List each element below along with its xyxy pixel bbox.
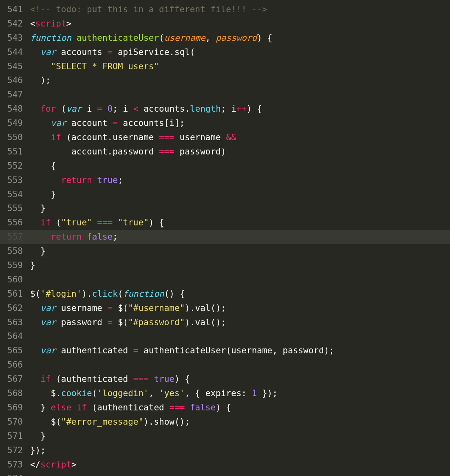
code-token: var <box>40 303 56 313</box>
code-token: true <box>154 374 174 384</box>
code-line[interactable]: $('#login').click(function() { <box>30 287 450 301</box>
code-token: accounts. <box>139 104 190 114</box>
code-token: if <box>77 403 87 412</box>
code-token: === <box>169 403 185 412</box>
code-line[interactable] <box>30 88 450 102</box>
code-line[interactable]: } <box>30 201 450 216</box>
code-token: 'yes' <box>159 388 185 398</box>
code-token <box>30 118 51 128</box>
code-line[interactable] <box>30 472 450 476</box>
code-token: ++ <box>236 104 247 114</box>
code-token <box>149 374 154 384</box>
code-token: account.password <box>30 147 159 156</box>
code-token: ).val(); <box>185 317 226 327</box>
code-line[interactable]: } <box>30 258 450 273</box>
code-token: if <box>40 374 51 384</box>
code-token: && <box>226 132 236 142</box>
code-token: === <box>159 132 174 142</box>
code-line[interactable]: }); <box>30 443 450 458</box>
code-token: }); <box>30 445 46 455</box>
code-token: } <box>30 431 46 441</box>
code-token: <!-- todo: put this in a different file!… <box>30 4 267 14</box>
code-token: username <box>174 132 226 142</box>
code-token <box>30 303 40 313</box>
code-line[interactable]: return false; <box>30 230 450 244</box>
code-line[interactable]: if ("true" === "true") { <box>30 216 450 230</box>
code-token <box>30 374 40 384</box>
line-number: 542 <box>7 17 23 31</box>
code-token: apiService.sql( <box>112 47 195 57</box>
code-token <box>71 403 77 412</box>
line-number: 563 <box>7 315 23 330</box>
code-token: } <box>30 203 46 213</box>
code-token: ) { <box>257 33 272 43</box>
code-line[interactable]: if (authenticated === true) { <box>30 372 450 386</box>
code-line[interactable]: } else if (authenticated === false) { <box>30 401 450 415</box>
code-token: = <box>133 346 139 355</box>
code-token <box>30 104 40 114</box>
code-token: (authenticated <box>87 403 169 412</box>
code-line[interactable]: $.cookie('loggedin', 'yes', { expires: 1… <box>30 386 450 401</box>
code-token: ). <box>82 289 92 299</box>
code-token: ) { <box>216 403 231 412</box>
code-line[interactable]: var username = $("#username").val(); <box>30 301 450 315</box>
line-number: 547 <box>7 88 23 102</box>
line-number: 551 <box>7 145 23 159</box>
line-number: 545 <box>7 60 23 74</box>
code-token <box>30 317 40 327</box>
code-token: ( <box>159 33 164 43</box>
code-token <box>30 218 40 227</box>
code-line[interactable]: account.password === password) <box>30 145 450 159</box>
line-number: 553 <box>7 173 23 187</box>
code-token: $( <box>112 317 128 327</box>
code-line[interactable]: <!-- todo: put this in a different file!… <box>30 2 450 17</box>
code-token: password <box>56 317 107 327</box>
code-token: "#password" <box>128 317 185 327</box>
code-token: 'loggedin' <box>97 388 148 398</box>
code-line[interactable]: } <box>30 187 450 202</box>
code-token: for <box>40 104 56 114</box>
line-number: 543 <box>7 31 23 45</box>
line-number: 546 <box>7 73 23 88</box>
code-token <box>30 132 51 142</box>
code-token: ); <box>30 75 51 85</box>
code-line[interactable]: } <box>30 429 450 443</box>
code-line[interactable]: </script> <box>30 458 450 472</box>
code-line[interactable]: var password = $("#password").val(); <box>30 315 450 330</box>
line-number: 541 <box>7 2 23 17</box>
line-number: 559 <box>7 258 23 273</box>
code-token: accounts[i]; <box>118 118 185 128</box>
code-line[interactable]: return true; <box>30 173 450 187</box>
code-line[interactable] <box>30 273 450 287</box>
code-token: ( <box>118 289 123 299</box>
code-token: "true" <box>118 218 149 227</box>
code-line[interactable]: ); <box>30 73 450 88</box>
code-token: password) <box>174 147 226 156</box>
code-line[interactable] <box>30 329 450 344</box>
code-line[interactable]: var authenticated = authenticateUser(use… <box>30 344 450 358</box>
code-line[interactable]: } <box>30 244 450 258</box>
code-token: '#login' <box>40 289 82 299</box>
code-line[interactable]: function authenticateUser(username, pass… <box>30 31 450 45</box>
code-line[interactable]: "SELECT * FROM users" <box>30 60 450 74</box>
code-token: true <box>97 175 118 185</box>
code-line[interactable]: { <box>30 159 450 173</box>
code-line[interactable]: <script> <box>30 17 450 31</box>
code-token: "true" <box>61 218 92 227</box>
code-token: authenticateUser(username, password); <box>138 346 334 355</box>
code-line[interactable]: if (account.username === username && <box>30 130 450 145</box>
code-token <box>30 62 51 71</box>
code-area[interactable]: <!-- todo: put this in a different file!… <box>30 0 450 476</box>
code-editor[interactable]: 5415425435445455465475485495505515525535… <box>0 0 450 476</box>
line-number: 544 <box>7 45 23 60</box>
code-token: username <box>164 33 205 43</box>
code-token: ; <box>118 175 123 185</box>
line-number: 565 <box>7 344 23 358</box>
line-number: 558 <box>7 244 23 258</box>
code-line[interactable]: $("#error_message").show(); <box>30 415 450 429</box>
code-token: } <box>30 403 51 412</box>
code-line[interactable]: var account = accounts[i]; <box>30 116 450 130</box>
code-line[interactable]: for (var i = 0; i < accounts.length; i++… <box>30 102 450 116</box>
code-line[interactable] <box>30 358 450 372</box>
code-line[interactable]: var accounts = apiService.sql( <box>30 45 450 60</box>
